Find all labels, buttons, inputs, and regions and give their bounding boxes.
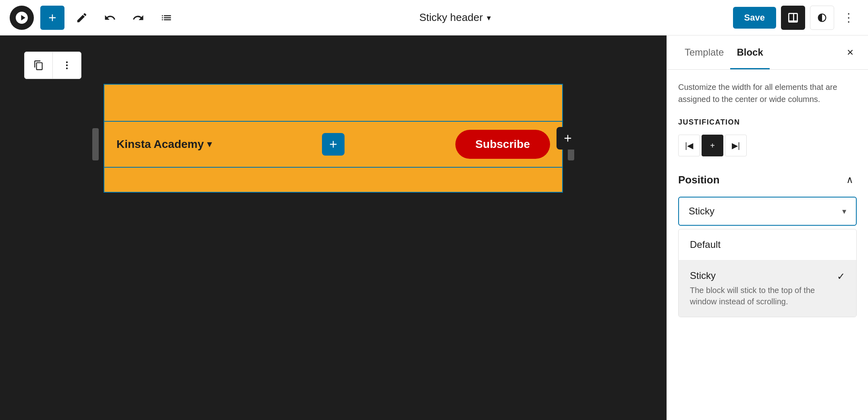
position-select-value: Sticky bbox=[689, 206, 714, 217]
header-block: Kinsta Academy ▾ Subscribe bbox=[104, 84, 563, 193]
header-inner: Kinsta Academy ▾ Subscribe bbox=[104, 121, 562, 168]
sidebar-tabs: Template Block × bbox=[667, 35, 868, 70]
justify-left-button[interactable]: |◀ bbox=[678, 135, 700, 156]
duplicate-block-button[interactable] bbox=[25, 52, 53, 79]
sidebar-content: Customize the width for all elements tha… bbox=[667, 70, 868, 329]
block-toolbar bbox=[24, 52, 81, 79]
view-mode-button[interactable] bbox=[781, 6, 805, 30]
tab-template[interactable]: Template bbox=[678, 35, 730, 69]
wp-logo bbox=[10, 6, 34, 30]
brand-chevron-icon: ▾ bbox=[207, 139, 212, 150]
theme-toggle-button[interactable] bbox=[810, 6, 834, 30]
position-select-display[interactable]: Sticky ▾ bbox=[679, 198, 856, 225]
header-top-bar bbox=[104, 85, 562, 121]
justification-row: |◀ + ▶| bbox=[678, 135, 857, 156]
position-section: Position ∧ Sticky ▾ Default bbox=[678, 173, 857, 317]
list-view-button[interactable] bbox=[156, 7, 177, 29]
toolbar-right: Save ⋮ bbox=[733, 6, 858, 30]
canvas-area: Kinsta Academy ▾ Subscribe bbox=[0, 35, 667, 420]
dropdown-option-sticky-inner: Sticky The block will stick to the top o… bbox=[690, 270, 845, 307]
sidebar-description: Customize the width for all elements tha… bbox=[678, 81, 857, 105]
tab-block[interactable]: Block bbox=[730, 35, 769, 69]
toolbar-center: Sticky header ▾ bbox=[184, 7, 727, 28]
sidebar-close-button[interactable]: × bbox=[844, 43, 857, 62]
justify-right-button[interactable]: ▶| bbox=[725, 135, 747, 156]
block-options-button[interactable] bbox=[53, 52, 81, 79]
svg-point-0 bbox=[66, 61, 68, 63]
justify-right-icon: ▶| bbox=[732, 141, 740, 150]
dropdown-option-sticky[interactable]: Sticky The block will stick to the top o… bbox=[679, 260, 856, 317]
add-block-button[interactable] bbox=[40, 6, 64, 30]
position-select-container: Sticky ▾ bbox=[678, 197, 857, 226]
brand-name: Kinsta Academy ▾ bbox=[116, 138, 212, 151]
justify-center-icon: + bbox=[710, 141, 715, 150]
position-dropdown: Default Sticky The block will stick to t… bbox=[678, 229, 857, 317]
add-block-center-button[interactable] bbox=[322, 133, 345, 156]
undo-button[interactable] bbox=[99, 7, 121, 29]
chevron-down-icon: ▾ bbox=[487, 13, 491, 23]
more-options-button[interactable]: ⋮ bbox=[839, 8, 858, 27]
page-title-text: Sticky header bbox=[419, 11, 483, 24]
scroll-handle-left[interactable] bbox=[92, 128, 99, 160]
svg-point-2 bbox=[66, 67, 68, 69]
dropdown-arrow-icon: ▾ bbox=[842, 206, 846, 216]
dropdown-option-default[interactable]: Default bbox=[679, 229, 856, 260]
page-title-button[interactable]: Sticky header ▾ bbox=[413, 7, 498, 28]
sidebar: Template Block × Customize the width for… bbox=[667, 35, 868, 420]
option-default-label: Default bbox=[690, 239, 721, 250]
position-collapse-button[interactable]: ∧ bbox=[843, 173, 857, 187]
subscribe-button[interactable]: Subscribe bbox=[455, 130, 550, 159]
justify-center-button[interactable]: + bbox=[702, 135, 723, 156]
svg-point-1 bbox=[66, 64, 68, 66]
header-outer: Kinsta Academy ▾ Subscribe bbox=[104, 84, 563, 193]
pencil-icon-button[interactable] bbox=[71, 7, 93, 29]
option-sticky-desc: The block will stick to the top of the w… bbox=[690, 285, 831, 307]
checkmark-icon: ✓ bbox=[837, 271, 845, 282]
position-title: Position ∧ bbox=[678, 173, 857, 187]
position-label: Position bbox=[678, 174, 720, 186]
option-sticky-label: Sticky bbox=[690, 270, 831, 281]
redo-button[interactable] bbox=[127, 7, 149, 29]
dropdown-option-sticky-text: Sticky The block will stick to the top o… bbox=[690, 270, 831, 307]
justify-left-icon: |◀ bbox=[685, 141, 693, 150]
toolbar: Sticky header ▾ Save ⋮ bbox=[0, 0, 868, 35]
header-bottom-bar bbox=[104, 168, 562, 192]
main-layout: Kinsta Academy ▾ Subscribe bbox=[0, 35, 868, 420]
add-block-right-button[interactable] bbox=[557, 127, 579, 150]
justification-label: JUSTIFICATION bbox=[678, 118, 857, 127]
save-button[interactable]: Save bbox=[733, 7, 776, 29]
